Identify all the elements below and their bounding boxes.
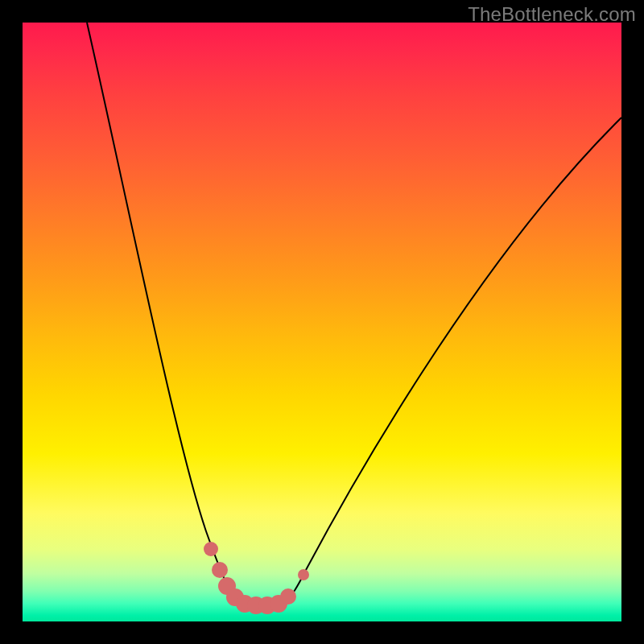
marker-dot: [204, 542, 218, 556]
valley-markers: [204, 542, 309, 614]
watermark-text: TheBottleneck.com: [468, 3, 636, 26]
marker-dot: [212, 562, 228, 578]
chart-plot-area: [23, 23, 621, 621]
bottleneck-curve: [87, 23, 621, 604]
marker-dot: [298, 569, 309, 580]
marker-dot: [280, 588, 296, 605]
chart-svg: [23, 23, 621, 621]
